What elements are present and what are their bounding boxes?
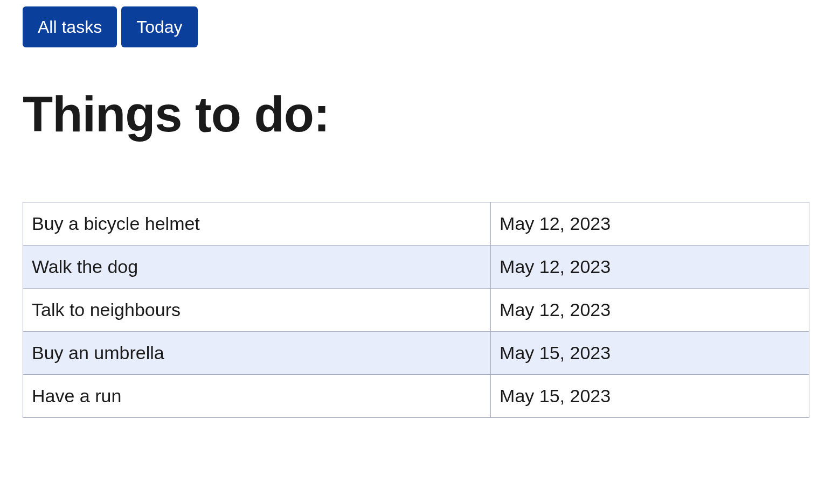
task-name-cell: Buy an umbrella [23, 332, 491, 375]
task-table: Buy a bicycle helmet May 12, 2023 Walk t… [23, 202, 809, 418]
table-row: Buy a bicycle helmet May 12, 2023 [23, 202, 809, 246]
table-row: Walk the dog May 12, 2023 [23, 246, 809, 289]
table-row: Have a run May 15, 2023 [23, 375, 809, 418]
table-row: Buy an umbrella May 15, 2023 [23, 332, 809, 375]
table-row: Talk to neighbours May 12, 2023 [23, 289, 809, 332]
task-date-cell: May 12, 2023 [491, 246, 809, 289]
task-date-cell: May 12, 2023 [491, 202, 809, 246]
filter-buttons: All tasks Today [23, 6, 809, 47]
task-name-cell: Talk to neighbours [23, 289, 491, 332]
all-tasks-button[interactable]: All tasks [23, 6, 117, 47]
today-button[interactable]: Today [121, 6, 197, 47]
task-date-cell: May 15, 2023 [491, 332, 809, 375]
task-date-cell: May 15, 2023 [491, 375, 809, 418]
task-name-cell: Buy a bicycle helmet [23, 202, 491, 246]
task-name-cell: Have a run [23, 375, 491, 418]
task-name-cell: Walk the dog [23, 246, 491, 289]
page-title: Things to do: [23, 86, 809, 143]
task-date-cell: May 12, 2023 [491, 289, 809, 332]
